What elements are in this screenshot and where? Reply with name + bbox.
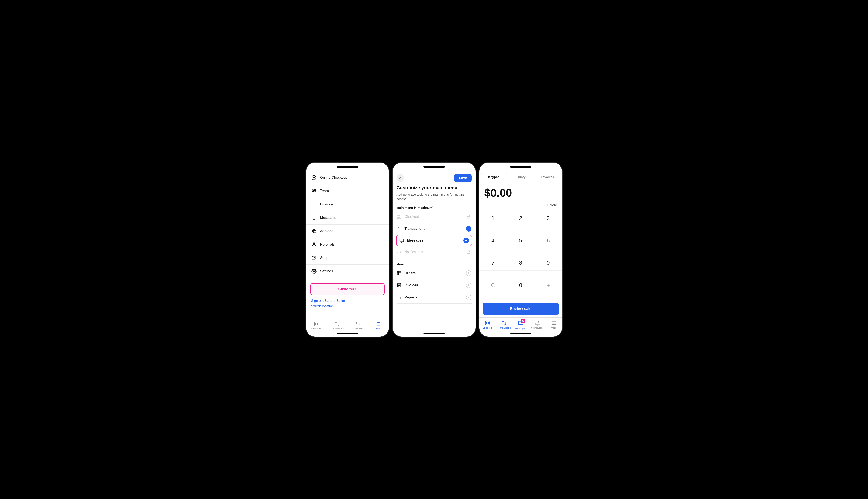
nav-checkout-label: Checkout (311, 327, 321, 330)
nav-more[interactable]: More (368, 319, 389, 331)
messages-minus-btn[interactable] (463, 238, 469, 243)
svg-rect-7 (312, 232, 314, 233)
svg-point-1 (313, 189, 314, 191)
phone-2: ✕ Save Customize your main menu Add up t… (393, 162, 476, 337)
svg-point-13 (313, 271, 315, 272)
key-3[interactable]: 3 (534, 211, 562, 226)
phone-3: Keypad Library Favorites $0.00 + Note 1 … (479, 162, 562, 337)
p3-nav-more[interactable]: More (545, 318, 562, 331)
menu-item-online-checkout-label: Online Checkout (320, 175, 347, 180)
note-label: Note (550, 203, 557, 207)
sign-out-link[interactable]: Sign out Square Seller (306, 297, 389, 304)
menu-item-settings[interactable]: Settings (306, 265, 389, 278)
key-plus[interactable]: + (534, 278, 562, 293)
svg-rect-15 (317, 322, 318, 324)
svg-rect-17 (317, 324, 318, 326)
main-menu-row-notifications[interactable]: Notifications (397, 246, 472, 258)
note-plus-icon: + (546, 203, 549, 208)
menu-item-addons-label: Add-ons (320, 229, 334, 233)
menu-item-referrals-label: Referrals (320, 242, 335, 247)
p3-more-label: More (551, 327, 556, 329)
phone-3-bottom-nav: Checkout Transactions (479, 317, 562, 331)
nav-transactions-label: Transactions (330, 327, 344, 330)
key-1[interactable]: 1 (479, 211, 507, 226)
key-2[interactable]: 2 (507, 211, 534, 226)
invoices-row-icon (397, 283, 402, 288)
nav-transactions[interactable]: Transactions (327, 319, 348, 331)
home-bar-2 (424, 333, 445, 334)
orders-plus-btn[interactable]: + (466, 270, 472, 276)
p3-more-icon (551, 320, 557, 326)
plus-circle-reports: + (466, 295, 471, 300)
save-button[interactable]: Save (454, 174, 471, 182)
menu-item-messages[interactable]: Messages (306, 211, 389, 224)
addons-icon (311, 228, 317, 234)
reports-row-label: Reports (405, 295, 463, 299)
orders-row-icon (397, 271, 402, 276)
note-bar[interactable]: + Note (479, 202, 562, 211)
amount-display: $0.00 (479, 181, 562, 202)
plus-circle-orders: + (466, 270, 471, 276)
phone-2-header: ✕ Save (393, 171, 476, 185)
keypad-tabs: Keypad Library Favorites (479, 171, 562, 181)
main-menu-row-messages[interactable]: Messages (396, 235, 472, 246)
switch-location-link[interactable]: Switch location (306, 304, 389, 312)
home-indicator-2 (393, 331, 476, 337)
key-6[interactable]: 6 (534, 233, 562, 248)
key-4[interactable]: 4 (479, 233, 507, 248)
key-8[interactable]: 8 (507, 255, 534, 271)
close-button[interactable]: ✕ (397, 174, 404, 182)
tab-library[interactable]: Library (508, 173, 534, 181)
phone-2-body: Customize your main menu Add up to two t… (393, 185, 476, 331)
nav-checkout[interactable]: Checkout (306, 319, 327, 331)
key-clear[interactable]: C (479, 278, 507, 293)
checkout-lock-icon (466, 214, 472, 220)
transactions-row-label: Transactions (405, 227, 463, 231)
online-checkout-icon (311, 175, 317, 180)
main-menu-row-transactions[interactable]: Transactions (397, 223, 472, 235)
transactions-minus-btn[interactable] (466, 226, 472, 232)
more-row-invoices[interactable]: Invoices + (397, 279, 472, 291)
p3-nav-checkout[interactable]: Checkout (479, 318, 496, 331)
svg-point-12 (314, 259, 314, 259)
menu-item-team[interactable]: Team (306, 184, 389, 198)
notch-pill (337, 166, 358, 168)
menu-item-messages-label: Messages (320, 216, 337, 220)
notifications-lock-icon (466, 249, 472, 255)
customize-button[interactable]: Customize (310, 283, 385, 295)
tab-favorites[interactable]: Favorites (534, 173, 561, 181)
invoices-row-label: Invoices (405, 283, 463, 287)
review-sale-button[interactable]: Review sale (483, 303, 559, 315)
key-9[interactable]: 9 (534, 255, 562, 271)
phone-1-content: Online Checkout Team (306, 171, 389, 331)
menu-item-support[interactable]: Support (306, 251, 389, 265)
menu-item-referrals[interactable]: Referrals (306, 238, 389, 251)
key-0[interactable]: 0 (507, 278, 534, 293)
transactions-row-icon (397, 226, 402, 231)
messages-row-icon (399, 238, 404, 243)
tab-keypad[interactable]: Keypad (481, 173, 507, 181)
menu-item-addons[interactable]: Add-ons (306, 224, 389, 238)
plus-circle-invoices: + (466, 282, 471, 288)
more-row-reports[interactable]: Reports + (397, 291, 472, 304)
referrals-icon (311, 242, 317, 247)
p3-nav-transactions[interactable]: Transactions (496, 318, 513, 331)
nav-notifications[interactable]: Notifications (348, 319, 368, 331)
menu-item-online-checkout[interactable]: Online Checkout (306, 171, 389, 184)
minus-circle-icon (466, 226, 471, 232)
customize-subtitle: Add up to two tools to the main menu for… (397, 192, 472, 201)
svg-rect-32 (486, 324, 487, 325)
p3-nav-notifications[interactable]: Notifications (529, 318, 545, 331)
p3-nav-messages[interactable]: Messages (513, 318, 529, 331)
key-5[interactable]: 5 (507, 233, 534, 248)
p3-transactions-icon (501, 320, 507, 326)
svg-point-2 (314, 189, 316, 191)
key-7[interactable]: 7 (479, 255, 507, 271)
invoices-plus-btn[interactable]: + (466, 282, 472, 288)
svg-rect-22 (399, 215, 401, 216)
more-row-orders[interactable]: Orders + (397, 267, 472, 279)
main-menu-row-checkout[interactable]: Checkout (397, 211, 472, 223)
menu-item-balance[interactable]: Balance (306, 198, 389, 211)
reports-plus-btn[interactable]: + (466, 294, 472, 300)
svg-rect-16 (314, 324, 316, 326)
